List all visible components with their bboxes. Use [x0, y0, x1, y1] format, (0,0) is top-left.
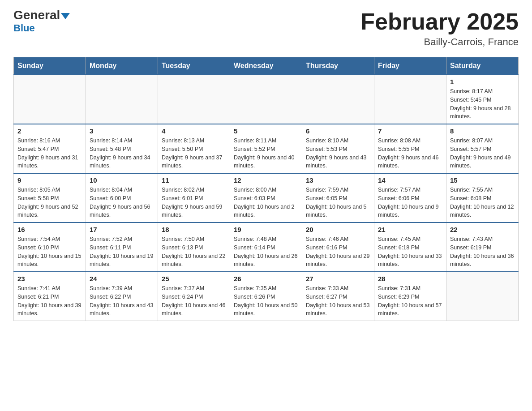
weekday-header: Thursday	[302, 57, 374, 75]
day-number: 14	[378, 176, 442, 184]
day-number: 1	[450, 78, 515, 86]
calendar-cell: 3Sunrise: 8:14 AMSunset: 5:48 PMDaylight…	[86, 124, 158, 173]
calendar-cell: 23Sunrise: 7:41 AMSunset: 6:21 PMDayligh…	[14, 272, 86, 321]
calendar-cell: 9Sunrise: 8:05 AMSunset: 5:58 PMDaylight…	[14, 173, 86, 223]
day-info: Sunrise: 7:54 AMSunset: 6:10 PMDaylight:…	[17, 235, 82, 269]
day-number: 28	[378, 275, 442, 283]
day-info: Sunrise: 7:57 AMSunset: 6:06 PMDaylight:…	[378, 186, 442, 219]
calendar-cell: 5Sunrise: 8:11 AMSunset: 5:52 PMDaylight…	[230, 124, 302, 173]
week-row: 23Sunrise: 7:41 AMSunset: 6:21 PMDayligh…	[14, 272, 519, 321]
calendar-cell: 10Sunrise: 8:04 AMSunset: 6:00 PMDayligh…	[86, 173, 158, 223]
calendar-cell: 12Sunrise: 8:00 AMSunset: 6:03 PMDayligh…	[230, 173, 302, 223]
day-info: Sunrise: 7:48 AMSunset: 6:14 PMDaylight:…	[234, 235, 298, 269]
calendar-cell: 1Sunrise: 8:17 AMSunset: 5:45 PMDaylight…	[446, 75, 519, 124]
calendar-cell	[86, 75, 158, 124]
calendar-cell: 26Sunrise: 7:35 AMSunset: 6:26 PMDayligh…	[230, 272, 302, 321]
day-info: Sunrise: 7:37 AMSunset: 6:24 PMDaylight:…	[162, 284, 226, 318]
day-info: Sunrise: 8:04 AMSunset: 6:00 PMDaylight:…	[90, 186, 154, 219]
day-number: 4	[162, 127, 226, 135]
calendar-cell	[230, 75, 302, 124]
week-row: 1Sunrise: 8:17 AMSunset: 5:45 PMDaylight…	[14, 75, 519, 124]
calendar-cell: 13Sunrise: 7:59 AMSunset: 6:05 PMDayligh…	[302, 173, 374, 223]
calendar-cell	[14, 75, 86, 124]
calendar-cell: 2Sunrise: 8:16 AMSunset: 5:47 PMDaylight…	[14, 124, 86, 173]
day-number: 13	[306, 176, 370, 184]
weekday-header: Wednesday	[230, 57, 302, 75]
day-info: Sunrise: 7:39 AMSunset: 6:22 PMDaylight:…	[90, 284, 154, 318]
week-row: 9Sunrise: 8:05 AMSunset: 5:58 PMDaylight…	[14, 173, 519, 223]
day-number: 19	[234, 226, 298, 233]
day-info: Sunrise: 8:05 AMSunset: 5:58 PMDaylight:…	[17, 186, 82, 219]
day-number: 16	[17, 226, 82, 233]
day-number: 23	[17, 275, 82, 283]
week-row: 2Sunrise: 8:16 AMSunset: 5:47 PMDaylight…	[14, 124, 519, 173]
day-info: Sunrise: 8:14 AMSunset: 5:48 PMDaylight:…	[90, 137, 154, 170]
day-number: 26	[234, 275, 298, 283]
calendar-cell: 22Sunrise: 7:43 AMSunset: 6:19 PMDayligh…	[446, 223, 519, 272]
calendar-cell: 21Sunrise: 7:45 AMSunset: 6:18 PMDayligh…	[374, 223, 446, 272]
calendar-cell: 25Sunrise: 7:37 AMSunset: 6:24 PMDayligh…	[158, 272, 230, 321]
calendar-title: February 2025	[360, 9, 519, 34]
day-info: Sunrise: 7:31 AMSunset: 6:29 PMDaylight:…	[378, 284, 442, 318]
day-number: 8	[450, 127, 515, 135]
calendar-cell	[158, 75, 230, 124]
day-info: Sunrise: 7:45 AMSunset: 6:18 PMDaylight:…	[378, 235, 442, 269]
day-number: 5	[234, 127, 298, 135]
day-info: Sunrise: 7:33 AMSunset: 6:27 PMDaylight:…	[306, 284, 370, 318]
logo-general: General	[13, 9, 70, 21]
calendar-cell: 4Sunrise: 8:13 AMSunset: 5:50 PMDaylight…	[158, 124, 230, 173]
title-block: February 2025 Bailly-Carrois, France	[360, 9, 519, 48]
day-info: Sunrise: 7:41 AMSunset: 6:21 PMDaylight:…	[17, 284, 82, 318]
weekday-header: Sunday	[14, 57, 86, 75]
calendar-cell: 19Sunrise: 7:48 AMSunset: 6:14 PMDayligh…	[230, 223, 302, 272]
day-info: Sunrise: 8:02 AMSunset: 6:01 PMDaylight:…	[162, 186, 226, 219]
calendar-table: SundayMondayTuesdayWednesdayThursdayFrid…	[13, 57, 519, 321]
day-number: 12	[234, 176, 298, 184]
weekday-header: Friday	[374, 57, 446, 75]
calendar-cell: 14Sunrise: 7:57 AMSunset: 6:06 PMDayligh…	[374, 173, 446, 223]
day-info: Sunrise: 8:10 AMSunset: 5:53 PMDaylight:…	[306, 137, 370, 170]
day-number: 9	[17, 176, 82, 184]
calendar-cell: 11Sunrise: 8:02 AMSunset: 6:01 PMDayligh…	[158, 173, 230, 223]
calendar-cell: 20Sunrise: 7:46 AMSunset: 6:16 PMDayligh…	[302, 223, 374, 272]
logo: General Blue	[13, 9, 70, 34]
weekday-header: Saturday	[446, 57, 519, 75]
day-number: 15	[450, 176, 515, 184]
day-info: Sunrise: 7:46 AMSunset: 6:16 PMDaylight:…	[306, 235, 370, 269]
day-number: 17	[90, 226, 154, 233]
day-info: Sunrise: 8:00 AMSunset: 6:03 PMDaylight:…	[234, 186, 298, 219]
calendar-cell: 18Sunrise: 7:50 AMSunset: 6:13 PMDayligh…	[158, 223, 230, 272]
day-number: 2	[17, 127, 82, 135]
week-row: 16Sunrise: 7:54 AMSunset: 6:10 PMDayligh…	[14, 223, 519, 272]
day-number: 7	[378, 127, 442, 135]
calendar-location: Bailly-Carrois, France	[360, 36, 519, 48]
day-info: Sunrise: 8:08 AMSunset: 5:55 PMDaylight:…	[378, 137, 442, 170]
weekday-header-row: SundayMondayTuesdayWednesdayThursdayFrid…	[14, 57, 519, 75]
day-info: Sunrise: 8:11 AMSunset: 5:52 PMDaylight:…	[234, 137, 298, 170]
day-info: Sunrise: 7:43 AMSunset: 6:19 PMDaylight:…	[450, 235, 515, 269]
calendar-cell: 6Sunrise: 8:10 AMSunset: 5:53 PMDaylight…	[302, 124, 374, 173]
day-info: Sunrise: 7:35 AMSunset: 6:26 PMDaylight:…	[234, 284, 298, 318]
day-info: Sunrise: 8:13 AMSunset: 5:50 PMDaylight:…	[162, 137, 226, 170]
day-info: Sunrise: 8:17 AMSunset: 5:45 PMDaylight:…	[450, 87, 515, 121]
calendar-cell	[374, 75, 446, 124]
day-number: 27	[306, 275, 370, 283]
weekday-header: Monday	[86, 57, 158, 75]
day-info: Sunrise: 7:55 AMSunset: 6:08 PMDaylight:…	[450, 186, 515, 219]
day-info: Sunrise: 8:07 AMSunset: 5:57 PMDaylight:…	[450, 137, 515, 170]
day-number: 25	[162, 275, 226, 283]
day-info: Sunrise: 7:52 AMSunset: 6:11 PMDaylight:…	[90, 235, 154, 269]
calendar-cell: 28Sunrise: 7:31 AMSunset: 6:29 PMDayligh…	[374, 272, 446, 321]
page-header: General Blue February 2025 Bailly-Carroi…	[13, 9, 519, 48]
calendar-cell: 27Sunrise: 7:33 AMSunset: 6:27 PMDayligh…	[302, 272, 374, 321]
logo-triangle-icon	[61, 13, 70, 19]
calendar-cell: 7Sunrise: 8:08 AMSunset: 5:55 PMDaylight…	[374, 124, 446, 173]
day-number: 18	[162, 226, 226, 233]
day-number: 6	[306, 127, 370, 135]
day-number: 20	[306, 226, 370, 233]
day-number: 21	[378, 226, 442, 233]
day-info: Sunrise: 8:16 AMSunset: 5:47 PMDaylight:…	[17, 137, 82, 170]
day-info: Sunrise: 7:59 AMSunset: 6:05 PMDaylight:…	[306, 186, 370, 219]
day-number: 10	[90, 176, 154, 184]
calendar-cell: 8Sunrise: 8:07 AMSunset: 5:57 PMDaylight…	[446, 124, 519, 173]
